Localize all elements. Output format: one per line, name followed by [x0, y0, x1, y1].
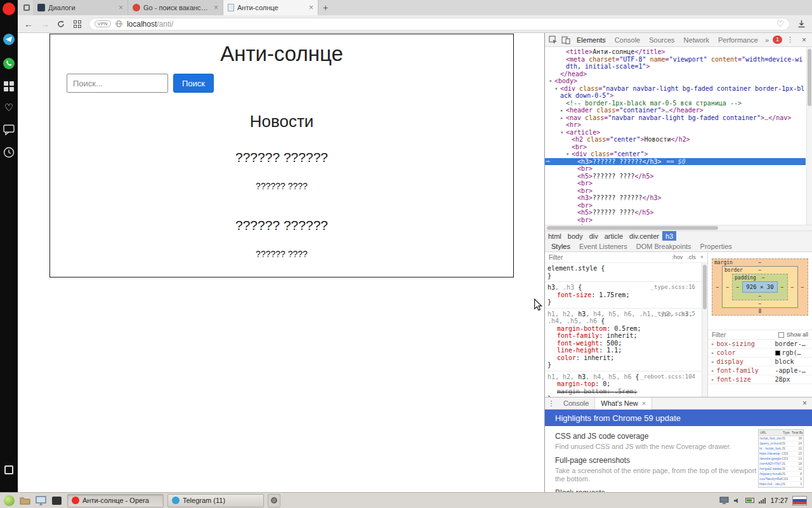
taskbar-window-telegram[interactable]: Telegram (11) — [167, 494, 264, 507]
expand-arrow-icon[interactable]: ▾ — [555, 86, 558, 93]
tree-node[interactable]: ▾<div class="center"> — [545, 150, 806, 158]
scrollbar-thumb[interactable] — [547, 226, 718, 230]
app-grid-icon[interactable] — [4, 81, 14, 91]
keyboard-layout-flag-icon[interactable] — [792, 496, 807, 505]
show-all-checkbox[interactable] — [778, 332, 784, 338]
stylesheet-link[interactable]: _type.scss:16 — [651, 284, 695, 291]
browser-tab-jobs[interactable]: Go - поиск вакансии по × — [128, 0, 223, 15]
error-count-badge[interactable]: 1 — [773, 36, 782, 44]
elements-scrollbar[interactable] — [806, 47, 812, 225]
vpn-badge[interactable]: VPN — [95, 20, 111, 27]
file-manager-icon[interactable] — [18, 494, 32, 507]
volume-icon[interactable] — [733, 497, 741, 504]
breadcrumb-item[interactable]: html — [545, 231, 565, 241]
tree-node[interactable]: <h5>?????? ????</h5> — [545, 173, 806, 180]
tree-node[interactable]: <h5>?????? ????</h5> — [545, 209, 806, 217]
computed-property[interactable]: ▸ font-family -apple-… — [708, 366, 812, 375]
drawer-close-icon[interactable]: × — [797, 399, 812, 408]
tree-node[interactable]: ▾<body> — [545, 77, 806, 85]
drawer-tab-whats-new[interactable]: What's New × — [594, 398, 652, 410]
taskbar-clock[interactable]: 17:27 — [770, 497, 788, 504]
style-property[interactable]: color: inherit; — [547, 354, 699, 362]
close-icon[interactable]: × — [119, 3, 123, 12]
tab-styles[interactable]: Styles — [547, 243, 575, 250]
class-toggle-button[interactable]: .cls — [687, 254, 696, 260]
close-icon[interactable]: × — [642, 398, 646, 409]
download-icon[interactable] — [797, 20, 806, 28]
tree-node[interactable]: <!-- border-1px-black mar-0-5 вся страни… — [545, 100, 806, 107]
computed-property[interactable]: ▸ color rgb(… — [708, 349, 812, 358]
box-model[interactable]: margin− − border− − padding− − — [712, 258, 808, 316]
tree-node[interactable]: ⋯<h3>?????? ??????</h3>== $0 — [545, 158, 806, 166]
computed-property[interactable]: ▸ font-size 28px — [708, 375, 812, 384]
reload-icon[interactable] — [57, 20, 66, 28]
styles-filter-input[interactable] — [549, 254, 599, 261]
url-text[interactable]: localhost/anti/ — [127, 20, 173, 29]
breadcrumb-item[interactable]: div — [586, 231, 601, 241]
window-icon[interactable] — [4, 465, 13, 474]
tree-node[interactable]: ▸<nav class="navbar navbar-light bg-fade… — [545, 114, 806, 122]
style-property[interactable]: margin-top: 0; — [547, 380, 699, 388]
style-rule[interactable]: _type.scss:5h1, h2, h3, h4, h5, h6, .h1,… — [545, 309, 702, 371]
tree-node[interactable]: <title>Анти-солнце</title> — [545, 48, 806, 56]
tree-node[interactable]: <br> — [545, 144, 806, 151]
tab-event-listeners[interactable]: Event Listeners — [575, 243, 632, 250]
hover-state-button[interactable]: :hov — [672, 254, 683, 260]
style-rule[interactable]: element.style {} — [545, 263, 702, 282]
tree-node[interactable]: <br> — [545, 180, 806, 187]
style-property[interactable]: margin-bottom: .5rem; — [547, 388, 699, 396]
breadcrumb-item[interactable]: body — [565, 231, 586, 241]
tab-properties[interactable]: Properties — [696, 243, 737, 250]
style-property[interactable]: font-weight: 500; — [547, 340, 699, 347]
style-property[interactable]: line-height: 1.1; — [547, 347, 699, 354]
opera-launcher-icon[interactable] — [3, 3, 15, 15]
style-property[interactable]: font-size: 1.75rem; — [547, 291, 699, 299]
whatsapp-icon[interactable] — [3, 57, 15, 70]
devtools-tab-network[interactable]: Network — [679, 36, 714, 44]
computed-property[interactable]: ▸ box-sizing border-… — [708, 340, 812, 349]
styles-scrollbar[interactable] — [702, 263, 707, 397]
tree-node[interactable]: <meta charset="UTF-8" name="viewport" co… — [545, 56, 806, 70]
battery-icon[interactable] — [745, 498, 754, 503]
address-bar[interactable]: VPN localhost/anti/ ♡ — [89, 18, 790, 30]
tree-node[interactable]: <br> — [545, 165, 806, 173]
computed-filter-input[interactable] — [712, 331, 763, 338]
browser-tab-antisun[interactable]: Анти-солнце × — [223, 0, 318, 15]
taskbar-app-button[interactable] — [268, 494, 280, 507]
device-toolbar-icon[interactable] — [560, 34, 572, 46]
tree-node[interactable]: <br> — [545, 217, 806, 224]
style-property[interactable]: font-family: inherit; — [547, 332, 699, 340]
speed-dial-icon[interactable] — [74, 20, 81, 28]
style-rule[interactable]: _type.scss:16h3, .h3 {font-size: 1.75rem… — [545, 282, 702, 309]
bookmark-heart-icon[interactable]: ♡ — [776, 20, 784, 28]
tree-node[interactable]: <hr> — [545, 121, 806, 129]
devtools-tab-console[interactable]: Console — [610, 36, 645, 44]
start-menu-icon[interactable] — [2, 494, 16, 507]
tree-node[interactable]: <br> — [545, 202, 806, 210]
tree-node[interactable]: <br> — [545, 187, 806, 195]
devtools-tab-performance[interactable]: Performance — [714, 36, 763, 44]
drawer-tab-console[interactable]: Console — [558, 398, 594, 410]
more-tabs-icon[interactable]: » — [763, 36, 771, 44]
terminal-icon[interactable] — [49, 494, 63, 507]
tree-node[interactable]: <h2 class="center">Новости</h2> — [545, 136, 806, 144]
network-signal-icon[interactable] — [759, 498, 766, 504]
scrollbar-thumb[interactable] — [703, 265, 707, 309]
tree-node[interactable]: ▾<article> — [545, 129, 806, 137]
stylesheet-link[interactable]: _reboot.scss:104 — [640, 373, 695, 381]
devtools-tab-elements[interactable]: Elements — [572, 36, 610, 44]
devtools-tab-sources[interactable]: Sources — [645, 36, 679, 44]
browser-tab-dialogs[interactable]: Диалоги × — [33, 0, 128, 15]
tree-node[interactable]: </head> — [545, 70, 806, 78]
elements-hscrollbar[interactable] — [545, 225, 812, 231]
chat-icon[interactable] — [3, 124, 15, 135]
telegram-icon[interactable] — [3, 33, 15, 46]
tab-menu-icon[interactable] — [20, 0, 33, 15]
desktop-icon[interactable] — [34, 494, 48, 507]
new-style-rule-icon[interactable]: + — [700, 254, 704, 260]
node-menu-dots-icon[interactable]: ⋯ — [546, 158, 549, 166]
scrollbar-thumb[interactable] — [808, 49, 811, 106]
breadcrumb-item[interactable]: div.center — [626, 231, 662, 241]
close-icon[interactable]: × — [309, 3, 313, 12]
clock-icon[interactable] — [3, 147, 15, 158]
